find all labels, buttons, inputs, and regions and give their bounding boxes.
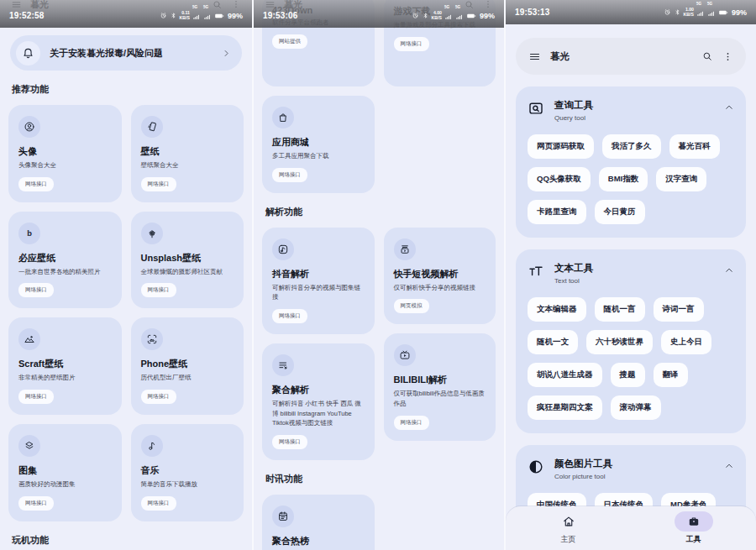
layers-icon [18, 435, 40, 457]
screen-content: 暮光 查询工具Query tool网页源码获取我活了多久暮光百科QQ头像获取BM… [506, 0, 756, 550]
network-speed: 1.00KB/S [684, 8, 694, 17]
feature-card[interactable]: 聚合热榜知名新闻时讯平台榜单网络接口 [262, 495, 375, 550]
tool-card-header[interactable]: 颜色图片工具Color picture tool [528, 458, 734, 480]
bing-icon: b [18, 223, 40, 244]
section-label: 解析功能 [265, 206, 492, 218]
tool-chip[interactable]: 随机一文 [528, 330, 578, 354]
tool-card-list: 查询工具Query tool网页源码获取我活了多久暮光百科QQ头像获取BMI指数… [514, 86, 748, 550]
svg-text:b: b [27, 229, 32, 238]
kebab-menu-icon[interactable] [722, 51, 733, 62]
signal-icon [192, 13, 201, 21]
tool-chip[interactable]: 今日黄历 [595, 200, 645, 224]
feature-card[interactable]: Unsplash壁纸全球最慷慨的摄影师社区贡献网络接口 [131, 212, 244, 309]
nav-item-主页[interactable]: 主页 [506, 506, 631, 550]
tool-card-titles: 颜色图片工具Color picture tool [554, 458, 612, 480]
search-icon[interactable] [701, 50, 713, 62]
card-badge: 网络接口 [394, 416, 429, 430]
card-badge: 网页模拟 [394, 299, 429, 313]
feature-card[interactable]: 壁纸壁纸聚合大全网络接口 [131, 105, 244, 202]
mountain-icon [18, 328, 40, 350]
tool-chip[interactable]: 文本编辑器 [528, 297, 586, 322]
alarm-icon [664, 8, 671, 16]
tool-chip[interactable]: 搜题 [611, 363, 645, 387]
card-column: 抖音解析可解析抖音分享的视频与图集链接网络接口聚合解析可解析抖音 小红书 快手 … [262, 228, 375, 460]
tool-card-titles: 查询工具Query tool [554, 99, 593, 122]
home-icon [549, 511, 588, 532]
card-subtitle: 仅可解析快手分享的视频链接 [394, 283, 486, 293]
music-icon [141, 435, 163, 457]
card-badge: 网络接口 [18, 283, 54, 297]
card-badge: 网络接口 [141, 283, 176, 297]
tool-card: 文本工具Text tool文本编辑器随机一言诗词一言随机一文六十秒读世界史上今日… [516, 249, 746, 433]
card-title: Scraft壁纸 [18, 358, 112, 370]
feature-card[interactable]: Phone壁纸历代机型出厂壁纸网络接口 [131, 317, 244, 415]
card-column: 423Down软件分享平台领跑者网站提供应用商城多工具应用聚合下载网络接口 [262, 28, 375, 193]
status-bar-scrim: 19:53:13 1.00KB/S 5G 5G 99% [506, 0, 756, 24]
tool-chip[interactable]: 网页源码获取 [528, 134, 594, 159]
chevron-up-icon[interactable] [724, 461, 734, 471]
flower-icon [141, 223, 163, 244]
feature-card[interactable]: 抖音解析可解析抖音分享的视频与图集链接网络接口 [262, 228, 375, 334]
tool-chip[interactable]: QQ头像获取 [528, 167, 591, 191]
chevron-up-icon[interactable] [724, 265, 734, 275]
frame-icon [141, 328, 163, 350]
tool-chip[interactable]: 六十秒读世界 [586, 330, 653, 354]
feature-card[interactable]: b必应壁纸一批来自世界各地的精美照片网络接口 [8, 212, 122, 309]
card-column: 壁纸壁纸聚合大全网络接口Unsplash壁纸全球最慷慨的摄影师社区贡献网络接口P… [131, 105, 244, 521]
card-title: 必应壁纸 [18, 252, 112, 265]
tool-card-header[interactable]: 查询工具Query tool [528, 99, 734, 122]
feature-card[interactable]: 应用商城多工具应用聚合下载网络接口 [262, 96, 375, 193]
tool-chip[interactable]: 疯狂星期四文案 [528, 395, 602, 420]
feature-card[interactable]: 头像头像聚合大全网络接口 [8, 105, 122, 202]
feature-card[interactable]: 快手短视频解析仅可解析快手分享的视频链接网页模拟 [384, 228, 496, 325]
tool-chip[interactable]: 我活了多久 [602, 134, 661, 159]
notification-banner[interactable]: 关于安装暮光报毒/风险问题 [10, 35, 242, 71]
feature-card[interactable]: BILIBILI解析仅可获取bilibili作品信息与低画质作品网络接口 [384, 333, 496, 440]
status-bar-scrim: 19:52:58 0.11KB/S 5G 5G 99% [0, 0, 252, 28]
tool-chip[interactable]: 暮光百科 [669, 134, 720, 159]
hamburger-icon[interactable] [528, 50, 541, 63]
feature-sections: 423Down软件分享平台领跑者网站提供应用商城多工具应用聚合下载网络接口游戏下… [262, 28, 496, 550]
feature-card[interactable]: 图集画质较好的动漫图集网络接口 [8, 424, 122, 521]
nav-item-工具[interactable]: 工具 [631, 506, 756, 550]
tool-chip[interactable]: 滚动弹幕 [611, 395, 661, 420]
feature-card[interactable]: Scraft壁纸非常精美的壁纸图片网络接口 [8, 317, 122, 415]
card-subtitle: 历代机型出厂壁纸 [141, 373, 234, 383]
tool-card-header[interactable]: 文本工具Text tool [528, 262, 734, 285]
alarm-icon [160, 12, 167, 19]
status-bar: 19:53:13 1.00KB/S 5G 5G 99% [515, 3, 747, 21]
battery-percent: 99% [732, 8, 747, 17]
card-title: 壁纸 [141, 145, 234, 158]
tool-chip[interactable]: 史上今日 [661, 330, 711, 354]
card-column [384, 495, 496, 550]
chevron-up-icon[interactable] [724, 102, 734, 113]
bottom-nav-bar: 主页工具 [506, 506, 756, 550]
card-subtitle: 头像聚合大全 [18, 160, 112, 170]
tool-chip[interactable]: BMI指数 [599, 167, 648, 191]
card-badge: 网站提供 [272, 34, 307, 49]
tool-chip[interactable]: 汉字查询 [656, 167, 706, 191]
bell-icon [16, 41, 40, 65]
list-arrow-icon [272, 354, 294, 376]
tool-chip[interactable]: 诗词一言 [654, 297, 704, 322]
status-bar: 19:52:58 0.11KB/S 5G 5G 99% [9, 7, 243, 24]
feature-card[interactable]: 音乐简单的音乐下载播放网络接口 [131, 424, 244, 521]
tool-card-subtitle: Text tool [554, 277, 593, 285]
card-title: BILIBILI解析 [394, 374, 486, 386]
tool-card-subtitle: Query tool [554, 114, 593, 122]
card-badge: 网络接口 [272, 309, 307, 323]
status-time: 19:53:06 [263, 11, 298, 20]
tool-chip[interactable]: 胡说八道生成器 [528, 363, 602, 387]
card-subtitle: 一批来自世界各地的精美照片 [18, 267, 112, 277]
three-screen-collage: 暮光 19:52:58 0.11KB/S 5G 5G 99% [0, 0, 756, 550]
card-badge: 网络接口 [272, 168, 307, 182]
feature-sections: 推荐功能头像头像聚合大全网络接口b必应壁纸一批来自世界各地的精美照片网络接口Sc… [8, 83, 244, 550]
card-title: Phone壁纸 [141, 358, 234, 370]
card-title: 图集 [18, 464, 112, 477]
tool-chip[interactable]: 翻译 [654, 363, 688, 387]
feature-card[interactable]: 聚合解析可解析抖音 小红书 快手 西瓜 微博 bilibili Instagra… [262, 343, 375, 460]
tool-chip[interactable]: 卡路里查询 [528, 200, 586, 224]
card-column: 快手短视频解析仅可解析快手分享的视频链接网页模拟BILIBILI解析仅可获取bi… [384, 228, 496, 460]
tool-chip[interactable]: 随机一言 [595, 297, 645, 322]
signal-icon [707, 9, 716, 18]
